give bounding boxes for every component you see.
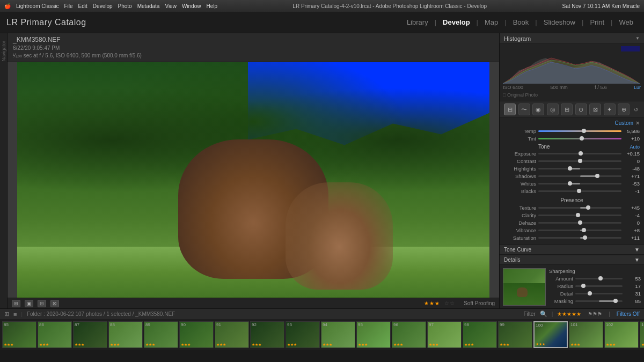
slider-highlights-thumb[interactable] <box>568 166 572 171</box>
film-thumb-95[interactable]: 95 ★★★ <box>356 321 391 348</box>
slider-vibrance-thumb[interactable] <box>582 228 586 232</box>
menu-develop[interactable]: Develop <box>93 3 113 9</box>
film-thumb-96[interactable]: 96 ★★★ <box>392 321 426 348</box>
film-thumb-88[interactable]: 88 ★★★ <box>108 321 143 348</box>
compare-view-btn[interactable]: ⊟ <box>38 300 46 307</box>
loupe-view-btn[interactable]: ▣ <box>25 300 33 307</box>
menu-file[interactable]: File <box>64 3 72 9</box>
detail-tool[interactable]: ⊞ <box>561 104 573 115</box>
slider-texture-track[interactable] <box>538 207 621 209</box>
sharp-masking-value: 85 <box>625 298 641 304</box>
slider-temp-track[interactable] <box>538 130 621 132</box>
basic-tool[interactable]: ⊟ <box>504 104 516 115</box>
slider-shadows-track[interactable] <box>538 175 621 177</box>
survey-view-btn[interactable]: ⊠ <box>50 300 59 307</box>
slider-highlights-track[interactable] <box>538 168 621 169</box>
tab-web[interactable]: Web <box>615 16 638 28</box>
sharp-radius-track[interactable] <box>575 285 623 287</box>
filmstrip-list-icon[interactable]: ≡ <box>13 311 17 317</box>
slider-saturation-track[interactable] <box>538 237 621 239</box>
slider-dehaze-thumb[interactable] <box>578 220 582 225</box>
slider-blacks-track[interactable] <box>538 190 621 192</box>
sharp-masking-track[interactable] <box>575 300 623 302</box>
film-thumb-97[interactable]: 97 ★★★ <box>427 321 462 348</box>
film-thumb-86[interactable]: 86 ★★★ <box>38 321 72 348</box>
film-thumb-98[interactable]: 98 ★★★ <box>463 321 497 348</box>
camera-calibration-tool[interactable]: ⊕ <box>618 104 630 115</box>
menu-edit[interactable]: Edit <box>78 3 87 9</box>
tone-curve-tool[interactable]: 〜 <box>518 104 530 115</box>
slider-exposure-track[interactable] <box>538 153 621 154</box>
menu-view[interactable]: View <box>165 3 177 9</box>
filter-flags[interactable]: ⚑⚑⚑ <box>588 311 602 317</box>
sharp-radius-thumb[interactable] <box>581 284 586 288</box>
slider-exposure-thumb[interactable] <box>579 151 583 156</box>
slider-tint-track[interactable] <box>538 138 621 139</box>
tab-map[interactable]: Map <box>480 16 502 28</box>
histogram-header[interactable]: Histogram ▼ <box>500 33 644 44</box>
menu-photo[interactable]: Photo <box>118 3 132 9</box>
apple-icon[interactable]: 🍎 <box>4 3 11 9</box>
slider-whites-track[interactable] <box>538 183 621 184</box>
slider-whites-thumb[interactable] <box>568 181 572 186</box>
slider-clarity-track[interactable] <box>538 215 621 216</box>
tone-curve-header[interactable]: Tone Curve ▼ <box>500 245 644 255</box>
film-thumb-101[interactable]: 101 ★★★ <box>569 321 603 348</box>
slider-vibrance-track[interactable] <box>538 230 621 231</box>
film-thumb-99[interactable]: 99 ★★★ <box>498 321 532 348</box>
lens-corrections-tool[interactable]: ⊙ <box>575 104 587 115</box>
sharp-masking-thumb[interactable] <box>613 299 618 303</box>
film-thumb-91[interactable]: 91 ★★★ <box>215 321 249 348</box>
sharp-amount-thumb[interactable] <box>598 276 603 280</box>
film-thumb-102[interactable]: 102 ★★★ <box>604 321 639 348</box>
slider-blacks-thumb[interactable] <box>577 189 581 193</box>
effects-tool[interactable]: ✦ <box>604 104 616 115</box>
sharp-detail-thumb[interactable] <box>588 291 592 295</box>
original-photo-checkbox[interactable]: □ <box>503 92 506 98</box>
slider-texture-thumb[interactable] <box>586 205 590 210</box>
tab-print[interactable]: Print <box>586 16 609 28</box>
preset-label[interactable]: Custom <box>615 120 633 126</box>
photo-rating[interactable]: ★★★ <box>424 300 440 306</box>
film-thumb-103[interactable]: 103 ★★★ <box>640 321 644 348</box>
transform-tool[interactable]: ⊠ <box>589 104 601 115</box>
filter-search-icon[interactable]: 🔍 <box>540 311 547 317</box>
slider-contrast-track[interactable] <box>538 160 621 162</box>
app-name[interactable]: Lightroom Classic <box>16 3 58 9</box>
slider-temp-thumb[interactable] <box>582 129 586 133</box>
film-thumb-87[interactable]: 87 ★★★ <box>73 321 107 348</box>
color-grading-tool[interactable]: ◎ <box>547 104 559 115</box>
slider-tint-thumb[interactable] <box>580 136 584 141</box>
tab-develop[interactable]: Develop <box>438 16 474 28</box>
film-thumb-89[interactable]: 89 ★★★ <box>144 321 178 348</box>
film-thumb-90[interactable]: 90 ★★★ <box>179 321 214 348</box>
details-header[interactable]: Details ▼ <box>500 255 644 265</box>
menu-window[interactable]: Window <box>182 3 201 9</box>
photo-view[interactable] <box>8 62 499 298</box>
slider-dehaze-track[interactable] <box>538 222 621 224</box>
film-thumb-92[interactable]: 92 ★★★ <box>250 321 284 348</box>
sharp-amount-track[interactable] <box>575 278 623 279</box>
film-thumb-94[interactable]: 94 ★★★ <box>321 321 355 348</box>
filter-stars[interactable]: ★★★★★ <box>557 311 581 317</box>
hsl-tool[interactable]: ◉ <box>532 104 544 115</box>
tab-slideshow[interactable]: Slideshow <box>539 16 580 28</box>
film-thumb-85[interactable]: 85 ★★★ <box>2 321 36 348</box>
filters-off-label[interactable]: Filters Off <box>617 311 640 317</box>
sharp-detail-track[interactable] <box>575 293 623 294</box>
tab-library[interactable]: Library <box>402 16 433 28</box>
menu-metadata[interactable]: Metadata <box>137 3 160 9</box>
slider-shadows-thumb[interactable] <box>595 174 599 178</box>
grid-view-btn[interactable]: ⊞ <box>12 300 20 307</box>
slider-clarity-thumb[interactable] <box>576 213 580 217</box>
slider-saturation-thumb[interactable] <box>583 235 587 240</box>
slider-contrast-thumb[interactable] <box>578 159 582 163</box>
tab-book[interactable]: Book <box>509 16 533 28</box>
reset-icon[interactable]: ↺ <box>632 106 640 113</box>
film-thumb-100[interactable]: 100 ★★★ <box>533 321 568 348</box>
reset-x[interactable]: ✕ <box>635 120 640 126</box>
tone-auto-label[interactable]: Auto <box>630 144 640 150</box>
menu-help[interactable]: Help <box>206 3 217 9</box>
filmstrip-grid-icon[interactable]: ⊞ <box>4 311 9 317</box>
film-thumb-93[interactable]: 93 ★★★ <box>286 321 320 348</box>
